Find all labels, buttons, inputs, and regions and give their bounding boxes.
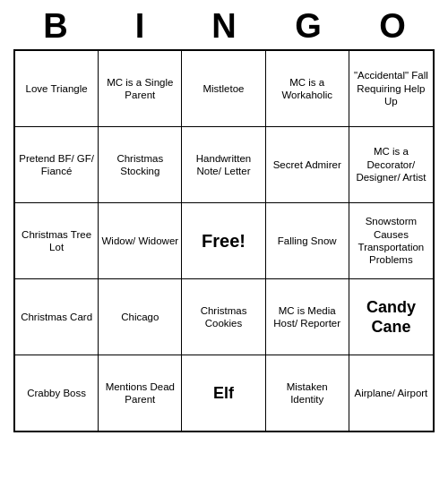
bingo-row: Crabby Boss Mentions Dead Parent Elf Mis… xyxy=(15,355,433,431)
cell-2-4[interactable]: Snowstorm Causes Transportation Problems xyxy=(349,203,433,278)
bingo-grid: Love Triangle MC is a Single Parent Mist… xyxy=(13,49,435,432)
free-space[interactable]: Free! xyxy=(182,203,265,278)
cell-4-0[interactable]: Crabby Boss xyxy=(15,355,99,431)
cell-0-1[interactable]: MC is a Single Parent xyxy=(99,51,182,126)
cell-4-3[interactable]: Mistaken Identity xyxy=(266,355,349,431)
cell-3-2[interactable]: Christmas Cookies xyxy=(182,279,265,355)
cell-1-3[interactable]: Secret Admirer xyxy=(266,127,349,202)
letter-i: I xyxy=(100,7,179,46)
cell-0-4[interactable]: "Accidental" Fall Requiring Help Up xyxy=(349,51,433,126)
cell-2-3[interactable]: Falling Snow xyxy=(266,203,349,278)
cell-1-2[interactable]: Handwritten Note/ Letter xyxy=(182,127,265,202)
cell-0-2[interactable]: Mistletoe xyxy=(182,51,265,126)
cell-0-3[interactable]: MC is a Workaholic xyxy=(266,51,349,126)
bingo-row: Love Triangle MC is a Single Parent Mist… xyxy=(15,51,433,127)
cell-4-2[interactable]: Elf xyxy=(182,355,265,431)
letter-g: G xyxy=(269,7,348,46)
cell-1-1[interactable]: Christmas Stocking xyxy=(99,127,182,202)
bingo-row: Christmas Card Chicago Christmas Cookies… xyxy=(15,279,433,355)
cell-4-1[interactable]: Mentions Dead Parent xyxy=(99,355,182,431)
cell-0-0[interactable]: Love Triangle xyxy=(15,51,99,126)
cell-3-4[interactable]: Candy Cane xyxy=(349,279,433,355)
cell-2-0[interactable]: Christmas Tree Lot xyxy=(15,203,99,278)
cell-4-4[interactable]: Airplane/ Airport xyxy=(349,355,433,431)
letter-o: O xyxy=(353,7,432,46)
letter-n: N xyxy=(185,7,263,46)
bingo-row: Christmas Tree Lot Widow/ Widower Free! … xyxy=(15,203,433,279)
bingo-header: B I N G O xyxy=(13,0,435,49)
cell-3-0[interactable]: Christmas Card xyxy=(15,279,99,355)
cell-3-3[interactable]: MC is Media Host/ Reporter xyxy=(266,279,349,355)
cell-1-0[interactable]: Pretend BF/ GF/ Fiancé xyxy=(15,127,99,202)
cell-3-1[interactable]: Chicago xyxy=(99,279,182,355)
bingo-row: Pretend BF/ GF/ Fiancé Christmas Stockin… xyxy=(15,127,433,203)
cell-2-1[interactable]: Widow/ Widower xyxy=(99,203,182,278)
letter-b: B xyxy=(16,7,95,46)
cell-1-4[interactable]: MC is a Decorator/ Designer/ Artist xyxy=(349,127,433,202)
